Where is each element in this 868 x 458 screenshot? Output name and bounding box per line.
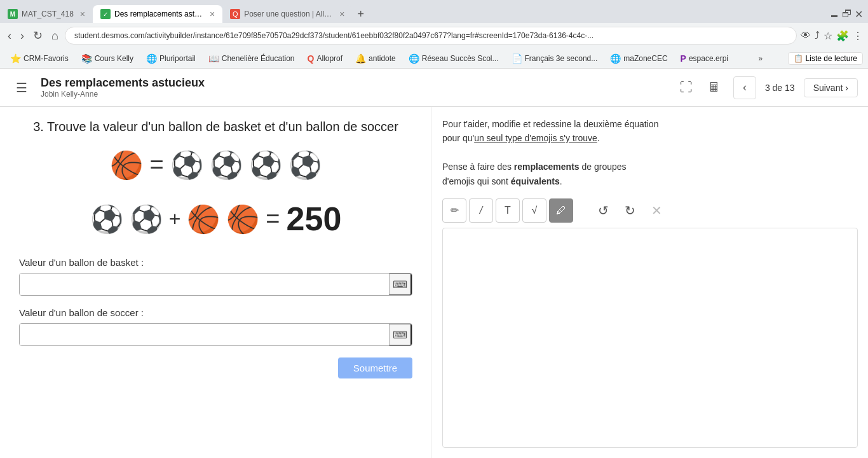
address-text: student.desmos.com/activitybuilder/insta… [74,31,593,40]
share-icon[interactable]: ⤴ [815,30,820,41]
input2-label: Valeur d'un ballon de soccer : [19,307,412,318]
text-tool[interactable]: T [496,198,520,223]
hamburger-menu[interactable]: ☰ [10,76,33,99]
soccer-ball-6: ⚽ [130,204,163,235]
address-bar: ‹ › ↻ ⌂ student.desmos.com/activitybuild… [0,23,868,48]
input-soccer-section: Valeur d'un ballon de soccer : ⌨ [19,307,412,346]
list-de-lecture-icon: 📋 [794,54,803,63]
basket-value-input[interactable] [20,274,389,295]
input-basket-section: Valeur d'un ballon de basket : ⌨ [19,257,412,296]
browser-chrome: M MAT_CST_418 × ✓ Des remplacements astu… [0,0,868,69]
list-de-lecture-button[interactable]: 📋 Liste de lecture [788,52,863,65]
calculator-button[interactable]: 🖩 [703,76,726,99]
bookmark-antidote[interactable]: 🔔 antidote [350,52,401,65]
soccer-ball-3: ⚽ [249,149,282,181]
tab-minimize[interactable]: 🗕 [829,8,839,20]
next-page-button[interactable]: Suivant › [804,78,858,97]
new-tab-button[interactable]: + [352,5,369,23]
bookmark-crm[interactable]: ⭐ CRM-Favoris [5,52,74,65]
drawing-toolbar: ✏ / T √ 🖊 ↺ ↻ ✕ [442,198,858,223]
bookmarks-more[interactable]: » [754,53,766,64]
bookmark-espace-erpi[interactable]: P espace.erpi [675,52,733,65]
list-de-lecture-label: Liste de lecture [806,54,857,63]
soccer-ball-1: ⚽ [170,149,203,181]
prev-page-button[interactable]: ‹ [733,76,756,99]
input1-row: ⌨ [19,273,412,296]
bookmark-reseau[interactable]: 🌐 Réseau Succès Scol... [403,52,504,65]
address-field[interactable]: student.desmos.com/activitybuilder/insta… [65,27,797,45]
input1-label: Valeur d'un ballon de basket : [19,257,412,268]
basket-ball-right-2: 🏀 [226,204,259,235]
next-chevron-icon: › [845,83,848,93]
delete-button[interactable]: ✕ [644,198,668,223]
instruction-underline: un seul type d'emojis s'y trouve [474,133,597,143]
instruction-bold-remplacements: remplacements [514,162,580,172]
tab3-favicon: Q [230,9,240,19]
pluriportail-label: Pluriportail [159,54,196,63]
extension-icon[interactable]: 🧩 [836,30,849,42]
home-button[interactable]: ⌂ [49,27,61,45]
left-panel: 3. Trouve la valeur d'un ballon de baske… [0,107,432,458]
tab1-favicon: M [8,9,18,19]
header-icons: ⛶ 🖩 [675,76,726,99]
equation2: ⚽ ⚽ + 🏀 🏀 = 250 [19,200,412,238]
tab-remplacements[interactable]: ✓ Des remplacements astucieux × [93,5,222,23]
menu-icon[interactable]: ⋮ [853,30,863,42]
tab-restore[interactable]: 🗗 [842,8,852,20]
undo-button[interactable]: ↺ [591,198,615,223]
bookmark-pluriportail[interactable]: 🌐 Pluriportail [141,52,201,65]
bookmark-star-icon[interactable]: ☆ [824,30,832,42]
bookmark-cours-kelly[interactable]: 📚 Cours Kelly [76,52,139,65]
tab2-close[interactable]: × [210,9,215,19]
francais-icon: 📄 [512,53,522,64]
tab1-close[interactable]: × [80,9,85,19]
submit-row: Soumettre [19,357,412,378]
tab-alloprof[interactable]: Q Poser une question | Alloprof × [222,5,352,23]
highlight-icon: 🖊 [556,205,566,216]
drawing-canvas[interactable] [442,228,858,448]
bookmark-mazonecec[interactable]: 🌐 maZoneCEC [605,52,672,65]
instruction-line1: Pour t'aider, modifie et redessine la de… [442,117,858,146]
keyboard-btn-2[interactable]: ⌨ [389,323,412,346]
equation-value: 250 [287,200,342,238]
tab-mat-cst[interactable]: M MAT_CST_418 × [0,5,93,23]
submit-button[interactable]: Soumettre [338,357,412,378]
bookmark-cheneliere[interactable]: 📖 Chenelière Éducation [203,52,300,65]
redo-icon: ↻ [625,203,635,218]
keyboard-btn-1[interactable]: ⌨ [389,273,412,296]
highlight-tool[interactable]: 🖊 [549,198,573,223]
bookmarks-bar: ⭐ CRM-Favoris 📚 Cours Kelly 🌐 Pluriporta… [0,48,868,69]
eq-sign-1: = [149,151,163,179]
reload-button[interactable]: ↻ [31,26,45,45]
bookmark-francais[interactable]: 📄 Français 3e second... [506,52,603,65]
question-title: 3. Trouve la valeur d'un ballon de baske… [19,120,412,134]
redo-button[interactable]: ↻ [618,198,642,223]
eye-icon[interactable]: 👁 [801,30,811,41]
soccer-ball-2: ⚽ [210,149,243,181]
forward-button[interactable]: › [18,27,27,45]
instruction-text: Pour t'aider, modifie et redessine la de… [442,117,858,188]
cheneliere-icon: 📖 [208,53,219,64]
pencil-tool[interactable]: ✏ [442,198,466,223]
alloprof-label: Alloprof [316,54,342,63]
crm-label: CRM-Favoris [24,54,69,63]
instruction-bold-equivalents: équivalents [511,176,560,186]
tab2-label: Des remplacements astucieux [114,10,203,18]
bookmark-alloprof[interactable]: Q Alloprof [302,52,348,65]
mazonecec-label: maZoneCEC [623,54,667,63]
equation1: 🏀 = ⚽ ⚽ ⚽ ⚽ [19,149,412,181]
formula-tool[interactable]: √ [522,198,546,223]
tab-close-window[interactable]: ✕ [855,8,863,20]
right-panel: Pour t'aider, modifie et redessine la de… [432,107,868,458]
alloprof-icon: Q [307,53,314,64]
tab3-close[interactable]: × [339,9,344,19]
eq-sign-2: = [266,205,280,233]
plus-sign: + [169,207,181,231]
back-button[interactable]: ‹ [5,27,14,45]
eraser-tool[interactable]: / [469,198,493,223]
fullscreen-button[interactable]: ⛶ [675,76,698,99]
cours-kelly-icon: 📚 [81,53,92,64]
antidote-icon: 🔔 [355,53,366,64]
formula-icon: √ [532,205,538,216]
soccer-value-input[interactable] [20,324,389,345]
